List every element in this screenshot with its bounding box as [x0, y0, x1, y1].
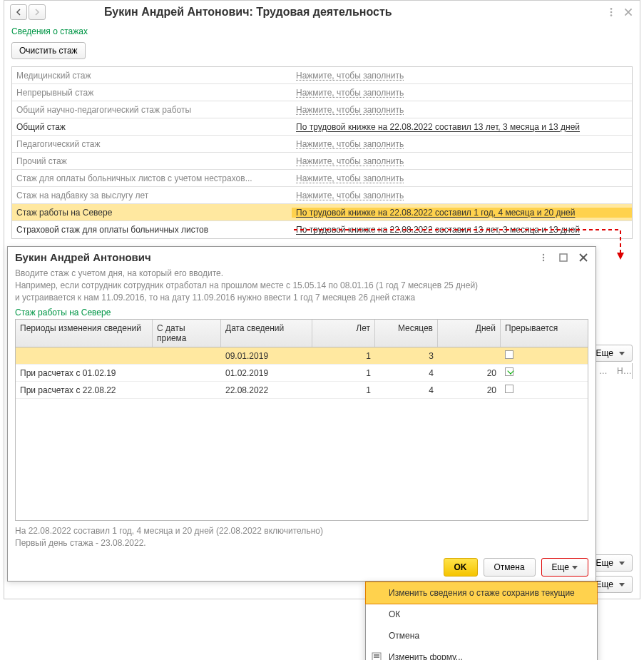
svg-point-0 — [610, 8, 613, 10]
stazh-row-label: Педагогический стаж — [12, 139, 292, 149]
stazh-row-label: Стаж для оплаты больничных листов с учет… — [12, 173, 292, 183]
stazh-dialog: Букин Андрей Антонович Вводите стаж с уч… — [7, 246, 596, 582]
dialog-titlebar: Букин Андрей Антонович — [8, 247, 596, 268]
col-date[interactable]: Дата сведений — [221, 320, 312, 347]
stazh-row-value[interactable]: Нажмите, чтобы заполнить — [292, 71, 632, 81]
period-cell: 1 — [312, 385, 375, 395]
dialog-more-button[interactable]: Еще — [541, 558, 588, 577]
truncated-label-b: Н... — [613, 363, 633, 379]
more-dropdown: Изменить сведения о стаже сохранив текущ… — [365, 582, 598, 660]
interrupted-checkbox[interactable] — [505, 367, 513, 376]
dropdown-item[interactable]: Изменить форму... — [366, 646, 597, 660]
stazh-row[interactable]: Прочий стажНажмите, чтобы заполнить — [12, 153, 632, 170]
form-edit-icon — [372, 652, 382, 660]
period-cell: 22.08.2022 — [221, 385, 312, 395]
period-cell: 4 — [375, 385, 438, 395]
stazh-row[interactable]: Общий стажПо трудовой книжке на 22.08.20… — [12, 118, 632, 136]
dialog-cancel-button[interactable]: Отмена — [484, 558, 536, 577]
period-row[interactable]: При расчетах с 22.08.2222.08.20221420 — [16, 382, 588, 399]
period-interrupted-cell[interactable] — [501, 385, 588, 395]
stazh-row-label: Общий научно-педагогический стаж работы — [12, 105, 292, 115]
stazh-row-value[interactable]: По трудовой книжке на 22.08.2022 состави… — [292, 225, 632, 235]
dialog-section-label: Стаж работы на Севере — [8, 303, 596, 319]
period-cell: При расчетах с 01.02.19 — [16, 368, 153, 378]
nav-back-button[interactable] — [10, 4, 27, 20]
caret-down-icon — [619, 562, 625, 565]
periods-header: Периоды изменения сведений С даты приема… — [16, 320, 588, 347]
col-months[interactable]: Месяцев — [375, 320, 438, 347]
period-cell: 3 — [375, 351, 438, 361]
dialog-close-icon[interactable] — [578, 253, 588, 263]
dialog-footer: OK Отмена Еще — [8, 554, 596, 581]
stazh-row-label: Общий стаж — [12, 122, 292, 132]
stazh-row-value[interactable]: Нажмите, чтобы заполнить — [292, 105, 632, 115]
dropdown-item-label: Изменить форму... — [389, 652, 463, 660]
titlebar: Букин Андрей Антонович: Трудовая деятель… — [4, 1, 640, 24]
svg-rect-9 — [374, 656, 379, 658]
stazh-row[interactable]: Стаж для оплаты больничных листов с учет… — [12, 170, 632, 187]
caret-down-icon — [572, 566, 578, 569]
period-interrupted-cell[interactable] — [501, 367, 588, 378]
col-years[interactable]: Лет — [312, 320, 375, 347]
window-title: Букин Андрей Антонович: Трудовая деятель… — [104, 6, 392, 19]
dialog-ok-button[interactable]: OK — [444, 558, 478, 577]
svg-rect-8 — [374, 654, 379, 656]
stazh-row-label: Стаж работы на Севере — [12, 208, 292, 218]
dropdown-item[interactable]: ОК — [366, 604, 597, 625]
period-row[interactable]: 09.01.201913 — [16, 347, 588, 365]
period-cell: 1 — [312, 368, 375, 378]
svg-point-1 — [610, 11, 613, 14]
period-cell: 09.01.2019 — [221, 351, 312, 361]
period-interrupted-cell[interactable] — [501, 350, 588, 361]
nav-forward-button[interactable] — [29, 4, 46, 20]
col-days[interactable]: Дней — [438, 320, 501, 347]
dropdown-item-label: ОК — [389, 609, 400, 619]
dropdown-item-label: Отмена — [389, 631, 419, 641]
col-interrupted[interactable]: Прерывается — [501, 320, 588, 347]
stazh-row[interactable]: Стаж работы на СевереПо трудовой книжке … — [12, 204, 632, 221]
periods-table: Периоды изменения сведений С даты приема… — [15, 319, 588, 521]
stazh-row[interactable]: Непрерывный стажНажмите, чтобы заполнить — [12, 84, 632, 101]
stazh-row-value[interactable]: Нажмите, чтобы заполнить — [292, 156, 632, 166]
period-cell: 01.02.2019 — [221, 368, 312, 378]
dialog-kebab-icon[interactable] — [538, 253, 548, 263]
stazh-row-value[interactable]: Нажмите, чтобы заполнить — [292, 191, 632, 200]
stazh-table: Медицинский стажНажмите, чтобы заполнить… — [11, 66, 633, 239]
dropdown-item-label: Изменить сведения о стаже сохранив текущ… — [389, 588, 575, 598]
caret-down-icon — [619, 583, 625, 587]
period-cell: При расчетах с 22.08.22 — [16, 385, 153, 395]
stazh-row[interactable]: Стаж на надбавку за выслугу летНажмите, … — [12, 187, 632, 204]
stazh-row-value[interactable]: По трудовой книжке на 22.08.2022 состави… — [292, 208, 632, 218]
stazh-row-value[interactable]: Нажмите, чтобы заполнить — [292, 173, 632, 183]
dropdown-item[interactable]: Отмена — [366, 625, 597, 646]
stazh-row[interactable]: Страховой стаж для оплаты больничных лис… — [12, 221, 632, 238]
stazh-row[interactable]: Педагогический стажНажмите, чтобы заполн… — [12, 136, 632, 153]
stazh-row-label: Страховой стаж для оплаты больничных лис… — [12, 225, 292, 235]
stazh-row-value[interactable]: Нажмите, чтобы заполнить — [292, 88, 632, 98]
svg-rect-6 — [560, 254, 567, 261]
caret-down-icon — [619, 352, 625, 355]
col-from-hire[interactable]: С даты приема — [153, 320, 221, 347]
svg-point-5 — [543, 259, 544, 260]
dropdown-item[interactable]: Изменить сведения о стаже сохранив текущ… — [365, 582, 598, 604]
periods-body: 09.01.201913При расчетах с 01.02.1901.02… — [16, 347, 588, 520]
stazh-row[interactable]: Медицинский стажНажмите, чтобы заполнить — [12, 67, 632, 84]
stazh-row-value[interactable]: Нажмите, чтобы заполнить — [292, 139, 632, 149]
kebab-menu-icon[interactable] — [605, 6, 617, 18]
section-label: Сведения о стажах — [4, 24, 640, 39]
interrupted-checkbox[interactable] — [505, 385, 513, 393]
stazh-row-value[interactable]: По трудовой книжке на 22.08.2022 состави… — [292, 122, 632, 132]
period-cell: 20 — [438, 368, 501, 378]
col-periods[interactable]: Периоды изменения сведений — [16, 320, 153, 347]
close-icon[interactable] — [623, 6, 634, 18]
period-cell: 20 — [438, 385, 501, 395]
stazh-row[interactable]: Общий научно-педагогический стаж работыН… — [12, 101, 632, 118]
svg-point-4 — [543, 256, 544, 258]
clear-stazh-button[interactable]: Очистить стаж — [11, 42, 86, 59]
stazh-row-label: Медицинский стаж — [12, 71, 292, 81]
period-row[interactable]: При расчетах с 01.02.1901.02.20191420 — [16, 365, 588, 382]
interrupted-checkbox[interactable] — [505, 350, 513, 359]
svg-point-2 — [610, 14, 613, 16]
dialog-title: Букин Андрей Антонович — [15, 251, 151, 263]
dialog-maximize-icon[interactable] — [558, 253, 568, 263]
